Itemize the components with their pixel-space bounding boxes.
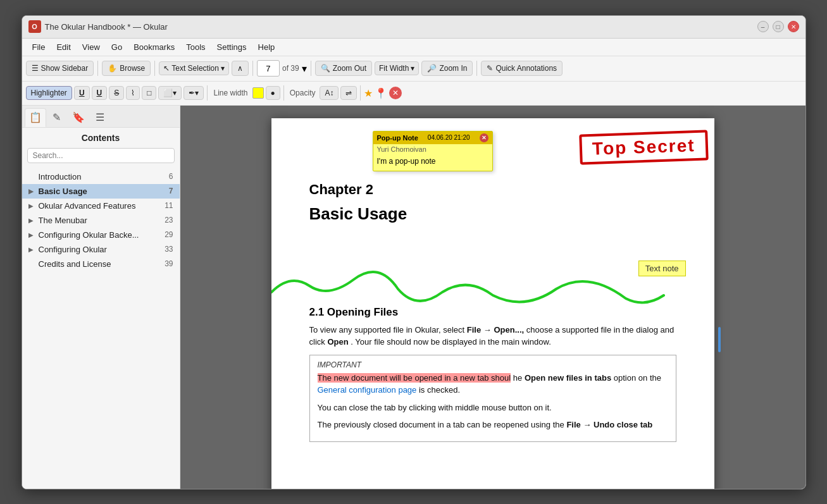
main-body: 📋 ✎ 🔖 ☰ Contents Introduction 6 ▶ Basic … [22,106,805,489]
highlighter-button[interactable]: Highlighter [26,86,72,100]
underline-button[interactable]: U [74,86,90,100]
important-body-1: The new document will be opened in a new… [318,372,668,396]
expand-icon: ▶ [28,202,37,209]
page-edge-marker [718,327,721,352]
toc-text: Credits and License [39,259,163,269]
expand-icon: ▶ [28,231,37,238]
maximize-button[interactable]: □ [773,21,784,32]
app-icon: O [28,20,41,33]
font-size-button[interactable]: A↕ [320,86,339,100]
expand-icon: ▶ [28,217,37,224]
pin-icon[interactable]: 📍 [375,87,387,99]
popup-note[interactable]: Pop-up Note 04.06.20 21:20 ✕ Yuri Chorno… [373,131,493,171]
toc-item-credits[interactable]: Credits and License 39 [22,257,180,271]
sidebar-tab-list[interactable]: ☰ [89,108,111,127]
toc-list: Introduction 6 ▶ Basic Usage 7 ▶ Okular … [22,168,180,489]
toc-item-introduction[interactable]: Introduction 6 [22,169,180,184]
menu-view[interactable]: View [77,40,105,54]
browse-button[interactable]: ✋ Browse [102,61,151,76]
toc-page: 29 [165,230,173,239]
close-ann-toolbar-button[interactable]: ✕ [389,87,402,99]
sidebar-tab-annotations[interactable]: ✎ [46,108,68,127]
zoom-in-button[interactable]: 🔎 Zoom In [421,61,473,76]
show-sidebar-button[interactable]: ☰ Show Sidebar [26,61,94,76]
menu-tools[interactable]: Tools [181,40,210,54]
toc-item-menubar[interactable]: ▶ The Menubar 23 [22,213,180,228]
menu-bookmarks[interactable]: Bookmarks [128,40,180,54]
fill-button[interactable]: ● [266,86,280,100]
menu-file[interactable]: File [27,40,51,54]
ink-button[interactable]: ✒▾ [183,86,204,100]
toolbar-sep-1 [97,61,98,76]
close-button[interactable]: ✕ [788,21,799,32]
toc-text: Introduction [39,172,166,181]
zoom-in-icon: 🔎 [427,64,437,73]
zoom-out-icon: 🔍 [321,64,330,73]
popup-note-datetime: 04.06.20 21:20 [428,134,470,141]
chapter-heading: Chapter 2 [309,181,676,198]
color-swatch[interactable] [252,87,264,99]
config-page-link[interactable]: General configuration page [318,385,417,395]
toc-item-basic-usage[interactable]: ▶ Basic Usage 7 [22,184,180,199]
sidebar: 📋 ✎ 🔖 ☰ Contents Introduction 6 ▶ Basic … [22,106,180,489]
toc-text: Basic Usage [39,187,166,196]
underline2-button[interactable]: U [92,86,108,100]
content-area: Pop-up Note 04.06.20 21:20 ✕ Yuri Chorno… [180,106,805,489]
chevron-down-icon-page: ▾ [302,63,307,75]
pdf-page: Pop-up Note 04.06.20 21:20 ✕ Yuri Chorno… [271,118,714,489]
sidebar-tab-bookmarks[interactable]: 🔖 [68,108,89,127]
page-number-input[interactable] [257,60,280,77]
toc-text: The Menubar [39,216,163,225]
toc-item-config-backend[interactable]: ▶ Configuring Okular Backe... 29 [22,228,180,242]
toc-text: Okular Advanced Features [39,201,163,211]
zoom-out-button[interactable]: 🔍 Zoom Out [315,61,372,76]
sidebar-tab-bar: 📋 ✎ 🔖 ☰ [22,106,180,128]
expand-icon: ▶ [28,246,37,253]
shape-dropdown[interactable]: ⬜▾ [158,86,182,100]
minimize-button[interactable]: – [757,21,769,32]
opacity-label: Opacity [287,89,318,97]
ann-sep-2 [283,85,284,101]
text-note-annotation[interactable]: Text note [638,261,686,276]
important-body-2: You can close the tab by clicking with m… [318,402,668,414]
toc-item-advanced[interactable]: ▶ Okular Advanced Features 11 [22,199,180,213]
sidebar-search-input[interactable] [27,148,175,163]
menu-go[interactable]: Go [106,40,127,54]
menu-help[interactable]: Help [253,40,280,54]
line-width-label: Line width [211,89,250,97]
text-selection-dropdown[interactable]: ↖ Text Selection ▾ [159,61,229,75]
titlebar: O The Okular Handbook * — Okular – □ ✕ [22,16,805,39]
menu-settings[interactable]: Settings [212,40,252,54]
toolbar-sep-4 [311,61,311,76]
nav-up-button[interactable]: ∧ [232,61,249,76]
toc-page: 11 [165,201,173,210]
toc-text: Configuring Okular [39,245,163,254]
hand-icon: ✋ [108,64,117,73]
bookmark-star-icon[interactable]: ★ [364,87,373,99]
toc-text: Configuring Okular Backe... [39,230,163,240]
important-body-3: The previously closed document in a tab … [318,419,668,431]
squiggly-button[interactable]: ⌇ [126,86,140,100]
rect-button[interactable]: □ [142,86,156,100]
popup-note-title: Pop-up Note [377,134,418,142]
cursor-icon: ↖ [163,64,170,73]
main-window: O The Okular Handbook * — Okular – □ ✕ F… [22,15,806,489]
window-title: The Okular Handbook * — Okular [45,22,168,32]
opacity-slider[interactable]: ⇌ [340,86,357,100]
important-label: IMPORTANT [318,360,668,369]
annotation-toolbar: Highlighter U U S ⌇ □ ⬜▾ ✒▾ Line width ●… [22,82,805,106]
toc-item-config-okular[interactable]: ▶ Configuring Okular 33 [22,242,180,257]
strikethrough-button[interactable]: S [109,86,124,100]
menu-edit[interactable]: Edit [51,40,75,54]
freehand-drawing [271,254,676,330]
popup-note-header: Pop-up Note 04.06.20 21:20 ✕ [373,132,492,144]
sidebar-heading: Contents [22,128,180,145]
titlebar-left: O The Okular Handbook * — Okular [28,20,168,33]
popup-note-close-button[interactable]: ✕ [480,133,488,142]
toc-page: 6 [169,172,173,181]
sidebar-tab-contents[interactable]: 📋 [25,108,46,127]
quick-annotations-button[interactable]: ✎ Quick Annotations [481,61,563,76]
body-text-1: To view any supported file in Okular, se… [309,324,676,348]
fit-width-dropdown[interactable]: Fit Width ▾ [375,61,419,75]
ann-sep-1 [207,85,208,101]
